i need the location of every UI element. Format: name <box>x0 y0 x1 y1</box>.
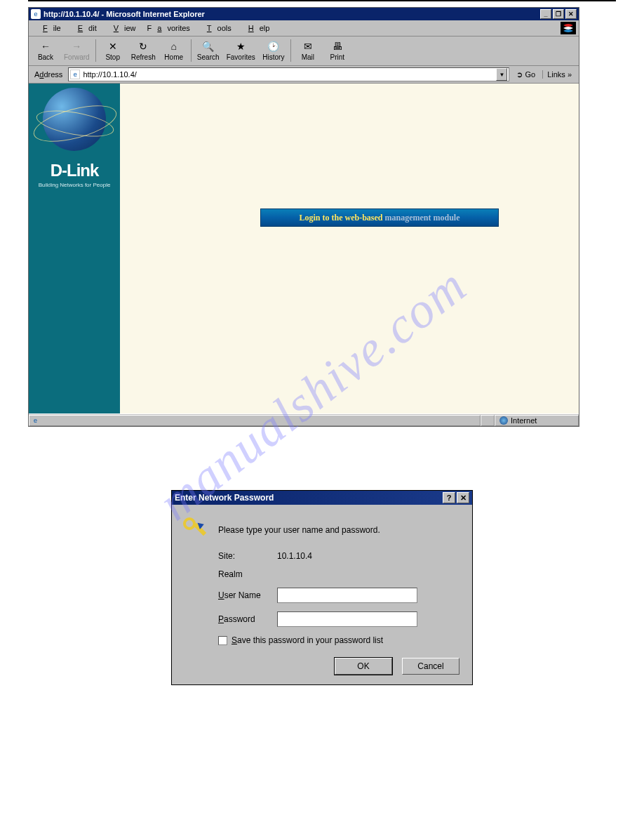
password-dialog: Enter Network Password ? ✕ Please type y… <box>171 490 473 685</box>
password-input[interactable] <box>277 611 417 627</box>
menu-tools[interactable]: Tools <box>196 22 237 34</box>
dialog-prompt: Please type your user name and password. <box>218 525 380 535</box>
menu-file[interactable]: File <box>32 22 67 34</box>
top-rule <box>28 0 616 1</box>
address-label: Address <box>32 70 65 79</box>
menu-help[interactable]: Help <box>237 22 276 34</box>
history-icon: 🕑 <box>267 39 281 53</box>
page-content: D-Link Building Networks for People Logi… <box>29 84 579 413</box>
maximize-button[interactable]: ❐ <box>553 9 564 19</box>
cancel-button[interactable]: Cancel <box>402 658 459 675</box>
stop-button[interactable]: ✕Stop <box>99 38 127 62</box>
zone-globe-icon <box>499 416 508 425</box>
titlebar: e http://10.1.10.4/ - Microsoft Internet… <box>29 8 579 20</box>
brand-tagline: Building Networks for People <box>39 182 111 188</box>
menubar: File Edit View Favorites Tools Help <box>29 20 579 37</box>
home-button[interactable]: ⌂Home <box>160 38 188 62</box>
mail-icon: ✉ <box>301 39 315 53</box>
star-icon: ★ <box>234 39 248 53</box>
save-password-checkbox[interactable] <box>218 636 227 645</box>
forward-button[interactable]: →Forward <box>61 38 93 62</box>
save-password-label: Save this password in your password list <box>232 635 383 645</box>
site-value: 10.1.10.4 <box>277 551 459 561</box>
stop-icon: ✕ <box>106 39 120 53</box>
favorites-button[interactable]: ★Favorites <box>224 38 258 62</box>
refresh-button[interactable]: ↻Refresh <box>128 38 159 62</box>
login-banner-button[interactable]: Login to the web-based management module <box>260 208 499 227</box>
window-title: http://10.1.10.4/ - Microsoft Internet E… <box>43 10 540 18</box>
ie-page-icon: e <box>34 417 37 424</box>
dialog-title: Enter Network Password <box>175 493 441 503</box>
globe-icon <box>43 88 106 151</box>
separator <box>290 39 291 62</box>
menu-edit[interactable]: Edit <box>67 22 102 34</box>
zone-label: Internet <box>511 416 537 425</box>
back-button[interactable]: ←Back <box>32 38 60 62</box>
brand-logo: D-Link <box>51 161 99 180</box>
address-dropdown-button[interactable]: ▼ <box>496 68 507 81</box>
refresh-icon: ↻ <box>136 39 150 53</box>
print-button[interactable]: 🖶Print <box>323 38 351 62</box>
separator <box>191 39 192 62</box>
username-label: User Name <box>218 590 277 600</box>
links-button[interactable]: Links » <box>542 70 576 79</box>
site-label: Site: <box>218 551 277 561</box>
browser-window: e http://10.1.10.4/ - Microsoft Internet… <box>28 7 579 427</box>
key-lock-icon <box>183 517 208 543</box>
forward-arrow-icon: → <box>69 39 83 53</box>
menu-view[interactable]: View <box>102 22 142 34</box>
search-button[interactable]: 🔍Search <box>194 38 222 62</box>
search-icon: 🔍 <box>201 39 215 53</box>
username-input[interactable] <box>277 588 417 603</box>
address-input[interactable] <box>83 70 496 79</box>
toolbar: ←Back →Forward ✕Stop ↻Refresh ⌂Home 🔍Sea… <box>29 37 579 66</box>
separator <box>95 39 96 62</box>
menu-favorites[interactable]: Favorites <box>142 22 196 34</box>
page-icon: e <box>70 70 80 79</box>
sidebar: D-Link Building Networks for People <box>29 84 120 413</box>
minimize-button[interactable]: _ <box>540 9 551 19</box>
main-area: Login to the web-based management module <box>120 84 579 413</box>
address-bar: Address e ▼ ➲Go Links » <box>29 66 579 84</box>
mail-button[interactable]: ✉Mail <box>294 38 322 62</box>
go-arrow-icon: ➲ <box>516 70 523 79</box>
help-button[interactable]: ? <box>443 492 455 503</box>
back-arrow-icon: ← <box>39 39 53 53</box>
ok-button[interactable]: OK <box>335 658 392 675</box>
ie-page-icon: e <box>31 9 41 19</box>
dialog-titlebar: Enter Network Password ? ✕ <box>172 491 472 505</box>
password-label: Password <box>218 614 277 624</box>
dialog-close-button[interactable]: ✕ <box>457 492 469 503</box>
statusbar: e Internet <box>29 413 579 426</box>
home-icon: ⌂ <box>167 39 181 53</box>
go-button[interactable]: ➲Go <box>512 70 539 79</box>
realm-label: Realm <box>218 569 277 579</box>
print-icon: 🖶 <box>330 39 344 53</box>
history-button[interactable]: 🕑History <box>260 38 288 62</box>
close-button[interactable]: ✕ <box>565 9 577 19</box>
ie-logo-icon <box>561 22 576 34</box>
